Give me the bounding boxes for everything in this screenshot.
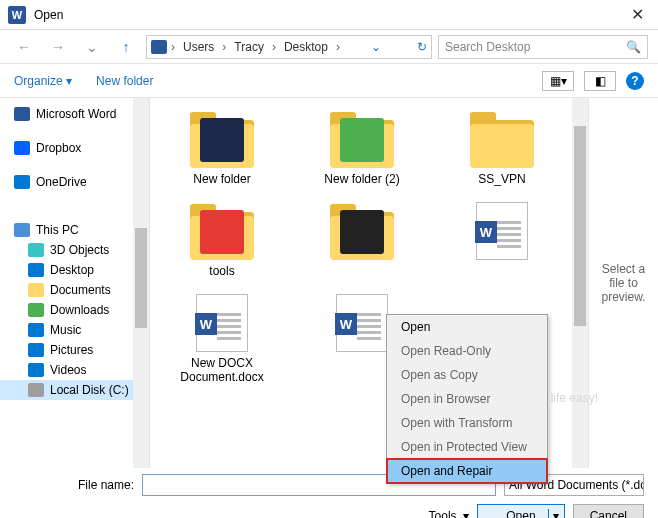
file-item[interactable]: SS_VPN <box>442 106 562 186</box>
sidebar-label: Downloads <box>50 303 109 317</box>
title-bar: W Open ✕ <box>0 0 658 30</box>
new-folder-button[interactable]: New folder <box>96 74 153 88</box>
scrollbar-thumb[interactable] <box>135 228 147 328</box>
file-item[interactable] <box>302 198 422 278</box>
back-button[interactable]: ← <box>10 35 38 59</box>
document-icon: W <box>466 198 538 260</box>
chevron-right-icon[interactable]: › <box>222 40 226 54</box>
sidebar-item[interactable]: OneDrive <box>0 172 149 192</box>
up-button[interactable]: ↑ <box>112 35 140 59</box>
folder-icon <box>28 343 44 357</box>
sidebar-item[interactable]: Documents <box>0 280 149 300</box>
chevron-right-icon[interactable]: › <box>336 40 340 54</box>
preview-pane: Select a file to preview. <box>588 98 658 468</box>
view-mode-button[interactable]: ▦▾ <box>542 71 574 91</box>
address-bar[interactable]: › Users › Tracy › Desktop › ⌄ ↻ <box>146 35 432 59</box>
nav-bar: ← → ⌄ ↑ › Users › Tracy › Desktop › ⌄ ↻ … <box>0 30 658 64</box>
folder-icon <box>326 198 398 260</box>
open-context-menu: OpenOpen Read-OnlyOpen as CopyOpen in Br… <box>386 314 548 484</box>
file-item[interactable]: tools <box>162 198 282 278</box>
file-name: New folder (2) <box>324 172 399 186</box>
menu-item: Open with Transform <box>387 411 547 435</box>
help-icon[interactable]: ? <box>626 72 644 90</box>
menu-item: Open Read-Only <box>387 339 547 363</box>
pc-icon <box>14 223 30 237</box>
sidebar-item[interactable]: Music <box>0 320 149 340</box>
recent-dropdown-icon[interactable]: ⌄ <box>78 35 106 59</box>
folder-icon <box>466 106 538 168</box>
organize-menu[interactable]: Organize ▾ <box>14 74 72 88</box>
bottom-bar: File name: All Word Documents (*.docx;*.… <box>0 468 658 518</box>
folder-icon <box>28 383 44 397</box>
filename-label: File name: <box>14 478 134 492</box>
sidebar-item-thispc[interactable]: This PC <box>0 220 149 240</box>
sidebar-item[interactable]: 3D Objects <box>0 240 149 260</box>
sidebar-item[interactable]: Downloads <box>0 300 149 320</box>
sidebar-scrollbar[interactable] <box>133 98 149 468</box>
crumb-desktop[interactable]: Desktop <box>280 40 332 54</box>
folder-icon <box>326 106 398 168</box>
pc-icon <box>151 40 167 54</box>
menu-item: Open in Browser <box>387 387 547 411</box>
sidebar-label: OneDrive <box>36 175 87 189</box>
folder-icon <box>186 198 258 260</box>
chevron-right-icon[interactable]: › <box>272 40 276 54</box>
menu-item: Open as Copy <box>387 363 547 387</box>
folder-icon <box>186 106 258 168</box>
sidebar-label: Documents <box>50 283 111 297</box>
refresh-icon[interactable]: ↻ <box>417 40 427 54</box>
file-name: tools <box>209 264 234 278</box>
file-name: New folder <box>193 172 250 186</box>
folder-icon <box>28 323 44 337</box>
app-icon <box>14 175 30 189</box>
sidebar-label: This PC <box>36 223 79 237</box>
file-item[interactable]: WNew DOCX Document.docx <box>162 290 282 384</box>
sidebar: Microsoft WordDropboxOneDrive This PC 3D… <box>0 98 150 468</box>
file-item[interactable]: W <box>442 198 562 278</box>
document-icon: W <box>186 290 258 352</box>
sidebar-item[interactable]: Microsoft Word <box>0 104 149 124</box>
sidebar-item[interactable]: Videos <box>0 360 149 380</box>
search-box[interactable]: Search Desktop 🔍 <box>438 35 648 59</box>
file-item[interactable]: New folder (2) <box>302 106 422 186</box>
search-icon[interactable]: 🔍 <box>626 40 641 54</box>
sidebar-label: Music <box>50 323 81 337</box>
open-split-dropdown[interactable]: ▾ <box>548 509 564 518</box>
menu-item: Open in Protected View <box>387 435 547 459</box>
sidebar-label: 3D Objects <box>50 243 109 257</box>
sidebar-item[interactable]: Pictures <box>0 340 149 360</box>
search-placeholder: Search Desktop <box>445 40 530 54</box>
file-name: New DOCX Document.docx <box>162 356 282 384</box>
address-dropdown-icon[interactable]: ⌄ <box>371 40 381 54</box>
close-icon[interactable]: ✕ <box>625 5 650 24</box>
crumb-tracy[interactable]: Tracy <box>230 40 268 54</box>
main-area: Microsoft WordDropboxOneDrive This PC 3D… <box>0 98 658 468</box>
sidebar-item[interactable]: Desktop <box>0 260 149 280</box>
cancel-button[interactable]: Cancel <box>573 504 644 518</box>
folder-icon <box>28 303 44 317</box>
chevron-right-icon[interactable]: › <box>171 40 175 54</box>
crumb-users[interactable]: Users <box>179 40 218 54</box>
preview-pane-button[interactable]: ◧ <box>584 71 616 91</box>
sidebar-label: Pictures <box>50 343 93 357</box>
sidebar-item[interactable]: Dropbox <box>0 138 149 158</box>
folder-icon <box>28 263 44 277</box>
sidebar-label: Desktop <box>50 263 94 277</box>
menu-item[interactable]: Open <box>387 315 547 339</box>
file-item[interactable]: New folder <box>162 106 282 186</box>
open-button[interactable]: Open ▾ <box>477 504 564 518</box>
sidebar-label: Dropbox <box>36 141 81 155</box>
preview-text: Select a file to preview. <box>595 262 652 304</box>
menu-item[interactable]: Open and Repair <box>387 459 547 483</box>
app-icon <box>14 141 30 155</box>
folder-icon <box>28 363 44 377</box>
scrollbar-thumb[interactable] <box>574 126 586 326</box>
content-scrollbar[interactable] <box>572 98 588 468</box>
app-icon <box>14 107 30 121</box>
forward-button: → <box>44 35 72 59</box>
sidebar-item[interactable]: Local Disk (C:) <box>0 380 149 400</box>
tools-menu[interactable]: Tools ▾ <box>429 509 470 518</box>
folder-icon <box>28 283 44 297</box>
window-title: Open <box>34 8 625 22</box>
sidebar-label: Microsoft Word <box>36 107 116 121</box>
